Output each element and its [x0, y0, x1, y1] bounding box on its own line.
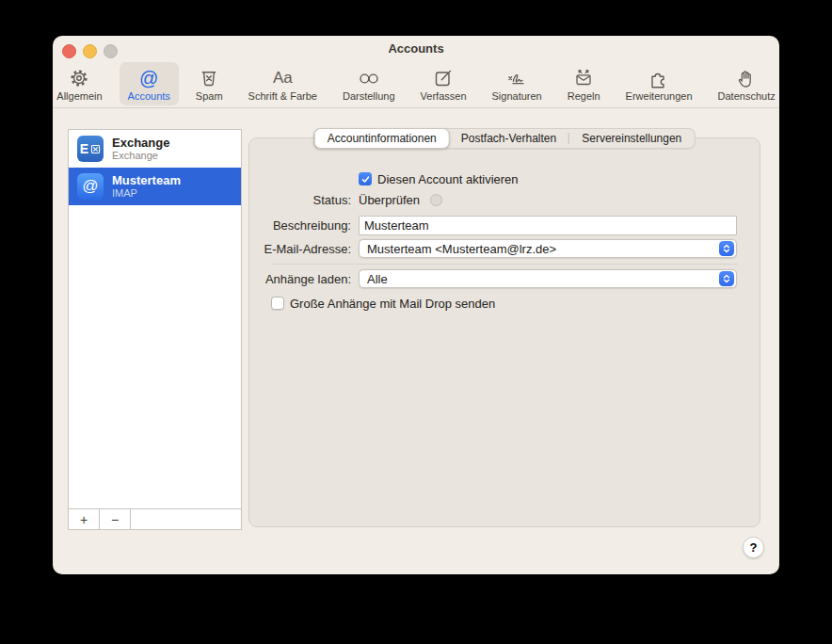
window-title: Accounts [53, 41, 779, 56]
enable-account-label: Diesen Account aktivieren [377, 172, 519, 186]
remove-account-button[interactable]: − [100, 509, 131, 529]
status-label: Status: [249, 193, 359, 207]
toolbar-label: Spam [196, 90, 223, 102]
glasses-icon [357, 65, 381, 90]
attachments-value: Alle [367, 272, 388, 286]
toolbar-item-accounts[interactable]: @ Accounts [120, 62, 179, 105]
maildrop-label: Große Anhänge mit Mail Drop senden [290, 297, 495, 311]
popup-stepper-icon [719, 241, 734, 256]
toolbar-label: Verfassen [421, 90, 467, 102]
status-row: Status: Überprüfen [249, 193, 760, 206]
toolbar-item-darstellung[interactable]: Darstellung [334, 62, 404, 105]
puzzle-icon [647, 65, 671, 90]
accounts-sidebar: E Exchange Exchange @ Musterteam IMAP [68, 129, 242, 530]
account-name: Musterteam [112, 173, 181, 187]
mail-preferences-window: Accounts Allgemein @ Accounts [53, 36, 779, 574]
toolbar-item-regeln[interactable]: Regeln [559, 62, 609, 105]
form-separator [271, 264, 738, 265]
attachments-popup[interactable]: Alle [359, 269, 737, 288]
popup-stepper-icon [719, 271, 734, 286]
toolbar-label: Schrift & Farbe [248, 90, 317, 102]
account-row-exchange[interactable]: E Exchange Exchange [69, 130, 241, 168]
hand-icon [735, 65, 758, 90]
toolbar-label: Regeln [568, 90, 600, 102]
toolbar-item-verfassen[interactable]: Verfassen [412, 62, 475, 105]
attachments-row: Anhänge laden: Alle [249, 269, 760, 288]
status-indicator-icon [430, 194, 442, 206]
enable-account-checkbox[interactable] [359, 172, 372, 185]
exchange-icon: E [77, 136, 104, 162]
email-address-popup[interactable]: Musterteam <Musterteam@lrz.de> [359, 239, 737, 258]
screen: Accounts Allgemein @ Accounts [0, 0, 832, 644]
toolbar-item-spam[interactable]: Spam [187, 62, 232, 105]
toolbar-label: Signaturen [492, 90, 542, 102]
email-row: E-Mail-Adresse: Musterteam <Musterteam@l… [249, 239, 760, 258]
gear-icon [68, 65, 90, 90]
maildrop-checkbox[interactable] [271, 297, 284, 310]
account-row-musterteam[interactable]: @ Musterteam IMAP [69, 168, 241, 205]
account-type: Exchange [112, 150, 169, 162]
at-icon: @ [139, 65, 158, 90]
toolbar-label: Accounts [128, 90, 170, 102]
toolbar-item-erweiterungen[interactable]: Erweiterungen [617, 62, 701, 105]
toolbar-label: Darstellung [343, 90, 395, 102]
sidebar-footer-spacer [131, 509, 241, 529]
attachments-label: Anhänge laden: [249, 272, 359, 286]
email-address-value: Musterteam <Musterteam@lrz.de> [367, 242, 556, 256]
email-label: E-Mail-Adresse: [249, 242, 359, 256]
status-value: Überprüfen [359, 193, 420, 207]
toolbar-item-schrift-farbe[interactable]: Aa Schrift & Farbe [240, 62, 326, 105]
at-badge-icon: @ [77, 173, 104, 200]
description-input[interactable] [359, 216, 737, 235]
account-name: Exchange [112, 136, 169, 150]
sidebar-footer: + − [69, 508, 241, 529]
account-detail-pane: Accountinformationen Postfach-Verhalten … [248, 137, 760, 527]
compose-icon [432, 65, 455, 90]
toolbar-label: Allgemein [56, 90, 102, 102]
fonts-icon: Aa [273, 65, 293, 90]
toolbar-label: Erweiterungen [626, 90, 693, 102]
toolbar-item-allgemein[interactable]: Allgemein [53, 62, 111, 105]
add-account-button[interactable]: + [69, 509, 100, 529]
description-row: Beschreibung: [249, 216, 760, 235]
maildrop-row: Große Anhänge mit Mail Drop senden [271, 296, 737, 311]
toolbar-item-datenschutz[interactable]: Datenschutz [710, 62, 779, 105]
enable-account-row: Diesen Account aktivieren [359, 171, 737, 186]
help-button[interactable]: ? [743, 537, 764, 558]
toolbar-item-signaturen[interactable]: Signaturen [484, 62, 551, 105]
titlebar: Accounts [53, 36, 779, 60]
description-label: Beschreibung: [249, 218, 359, 233]
account-info-form: Diesen Account aktivieren Status: Überpr… [249, 138, 760, 311]
preferences-toolbar: Allgemein @ Accounts Spam Aa Schrift & [53, 60, 779, 108]
toolbar-label: Datenschutz [718, 90, 776, 102]
rules-envelope-icon [572, 65, 595, 90]
signature-icon [504, 65, 529, 90]
account-type: IMAP [112, 187, 181, 200]
trash-x-icon [198, 65, 220, 90]
